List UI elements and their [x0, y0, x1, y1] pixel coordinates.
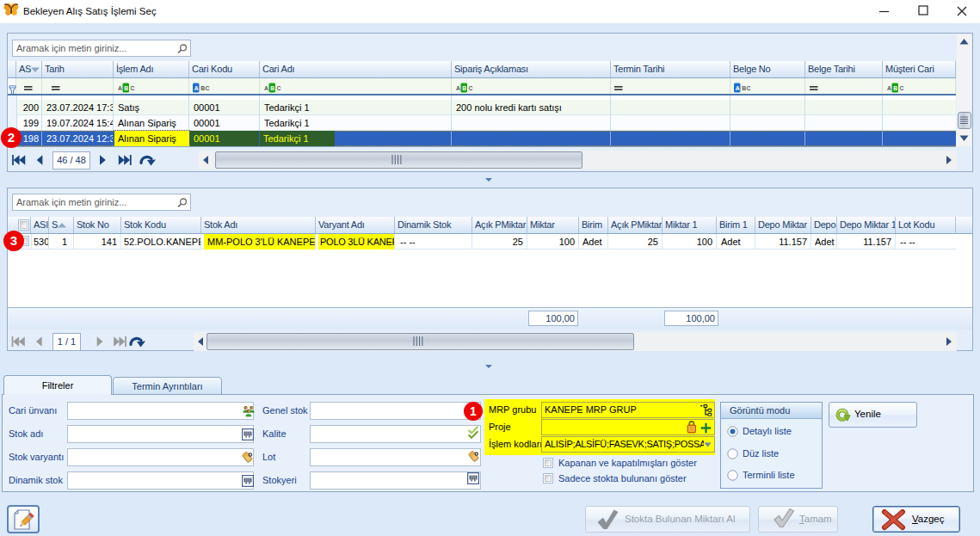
svg-text:A: A	[194, 85, 199, 91]
svg-text:C: C	[277, 85, 281, 91]
svg-text:C: C	[900, 85, 904, 91]
svg-text:A: A	[736, 85, 740, 91]
svg-text:C: C	[747, 85, 751, 91]
svg-text:A: A	[456, 85, 460, 91]
svg-text:B: B	[270, 85, 274, 91]
svg-text:B: B	[462, 85, 466, 91]
svg-text:C: C	[469, 85, 473, 91]
svg-text:A: A	[118, 85, 122, 91]
svg-text:B: B	[124, 85, 128, 91]
svg-text:A: A	[887, 85, 891, 91]
svg-text:B: B	[893, 85, 897, 91]
svg-text:A: A	[264, 85, 268, 91]
svg-text:B: B	[742, 85, 746, 91]
svg-text:C: C	[131, 85, 135, 91]
svg-text:C: C	[206, 85, 210, 91]
svg-text:B: B	[200, 85, 205, 91]
